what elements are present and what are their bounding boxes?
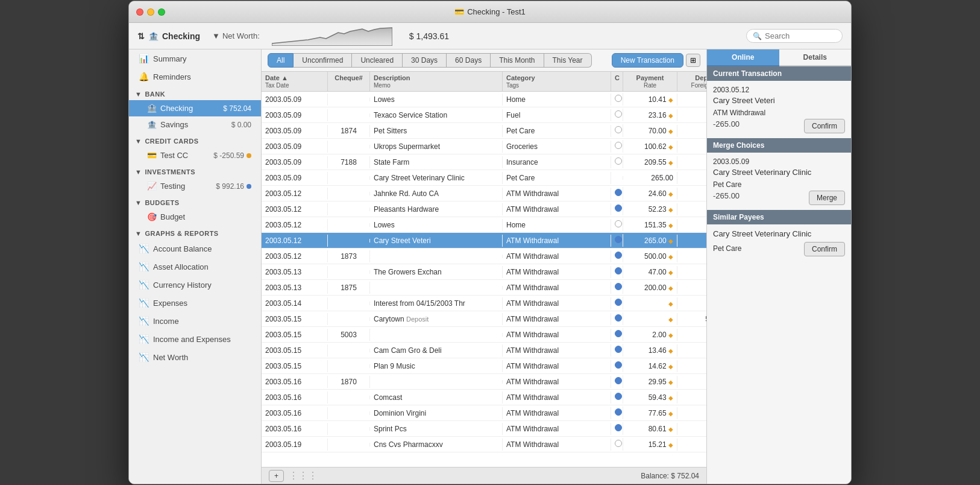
sidebar-item-income[interactable]: 📉 Income <box>129 312 261 330</box>
tx-status <box>611 187 623 200</box>
tx-payment: 59.43 ◆ <box>623 391 677 404</box>
table-row[interactable]: 2003.05.16 1870 ATM Withdrawal 29.95 ◆ 3… <box>262 374 706 390</box>
table-row[interactable]: 2003.05.15 Cam Cam Gro & Deli ATM Withdr… <box>262 343 706 358</box>
tx-payment: 29.95 ◆ <box>623 376 677 388</box>
table-row[interactable]: 2003.05.16 Sprint Pcs ATM Withdrawal 80.… <box>262 421 706 437</box>
table-row[interactable]: 2003.05.12 Pleasants Hardware ATM Withdr… <box>262 201 706 217</box>
status-empty-icon <box>615 440 622 447</box>
savings-icon: 🏦 <box>147 120 157 129</box>
maximize-button[interactable] <box>158 8 165 16</box>
table-row[interactable]: 2003.05.15 Plan 9 Music ATM Withdrawal 1… <box>262 358 706 374</box>
tx-description: Cam Cam Gro & Deli <box>370 344 503 357</box>
th-date: Date ▲ Tax Date <box>262 72 328 91</box>
table-row[interactable]: 2003.05.15 Carytown Deposit ATM Withdraw… <box>262 311 706 327</box>
sidebar-item-savings[interactable]: 🏦 Savings $ 0.00 <box>129 116 261 133</box>
cleared-diamond-icon: ◆ <box>668 128 673 135</box>
table-row[interactable]: 2003.05.09 1874 Pet Sitters Pet Care 70.… <box>262 123 706 139</box>
tx-payment: 52.23 ◆ <box>623 203 677 215</box>
table-row[interactable]: 2003.05.19 Cns Cvs Pharmacxxv ATM Withdr… <box>262 437 706 452</box>
sidebar-item-net-worth[interactable]: 📉 Net Worth <box>129 348 261 366</box>
cleared-diamond-icon: ◆ <box>668 395 673 401</box>
tx-payment: 2.00 ◆ <box>623 329 677 341</box>
tx-description: Cns Cvs Pharmacxxv <box>370 439 503 451</box>
sidebar-item-summary[interactable]: 📊 Summary <box>129 49 261 68</box>
confirm-button-1[interactable]: Confirm <box>804 119 845 133</box>
table-row[interactable]: 2003.05.09 7188 State Farm Insurance 209… <box>262 154 706 170</box>
tx-status <box>611 281 623 294</box>
confirm-button-2[interactable]: Confirm <box>804 242 845 256</box>
tab-unconfirmed[interactable]: Unconfirmed <box>294 53 352 68</box>
table-row[interactable]: 2003.05.09 Ukrops Supermarket Groceries … <box>262 139 706 154</box>
resize-handle[interactable]: ⋮⋮⋮ <box>289 470 318 481</box>
table-row[interactable]: 2003.05.09 Texaco Service Station Fuel 2… <box>262 107 706 123</box>
tab-60days[interactable]: 60 Days <box>447 53 491 68</box>
sidebar-credit-cards-header[interactable]: ▼ CREDIT CARDS <box>129 133 261 147</box>
sidebar-bank-header[interactable]: ▼ BANK <box>129 86 261 100</box>
search-box[interactable]: 🔍 <box>746 29 843 43</box>
sidebar-item-test-cc[interactable]: 💳 Test CC $ -250.59 <box>129 147 261 163</box>
sidebar-budgets-header[interactable]: ▼ BUDGETS <box>129 194 261 209</box>
sidebar-investments-header[interactable]: ▼ INVESTMENTS <box>129 163 261 178</box>
tab-30days[interactable]: 30 Days <box>403 53 447 68</box>
testing-dot <box>247 184 251 189</box>
table-row[interactable]: 2003.05.16 Comcast ATM Withdrawal 59.43 … <box>262 390 706 405</box>
table-row[interactable]: 2003.05.14 Interest from 04/15/2003 Thr … <box>262 296 706 311</box>
tx-status <box>611 124 623 137</box>
table-row[interactable]: 2003.05.12 1873 ATM Withdrawal 500.00 ◆ … <box>262 249 706 264</box>
table-row[interactable]: 2003.05.09 Lowes Home 10.41 ◆ -10.41 <box>262 92 706 107</box>
sidebar-item-income-expenses[interactable]: 📉 Income and Expenses <box>129 330 261 348</box>
minimize-button[interactable] <box>147 8 154 16</box>
income-expenses-icon: 📉 <box>139 334 148 344</box>
tx-status <box>611 422 623 435</box>
tab-online[interactable]: Online <box>707 49 779 66</box>
tx-deposit <box>677 443 706 446</box>
tx-status <box>611 407 623 419</box>
tx-cheque <box>328 145 370 148</box>
tx-category: Fuel <box>503 109 611 121</box>
sidebar-item-asset-allocation[interactable]: 📉 Asset Allocation <box>129 258 261 276</box>
tab-uncleared[interactable]: Uncleared <box>352 53 403 68</box>
tx-date: 2003.05.12 <box>262 203 328 215</box>
sidebar-item-testing[interactable]: 📈 Testing $ 992.16 <box>129 178 261 194</box>
sidebar-item-budget[interactable]: 🎯 Budget <box>129 209 261 225</box>
add-transaction-button[interactable]: + <box>269 470 284 482</box>
cleared-diamond-icon: ◆ <box>668 222 673 229</box>
sidebar-item-account-balance[interactable]: 📉 Account Balance <box>129 239 261 258</box>
savings-name: 🏦 Savings <box>147 120 188 129</box>
cleared-diamond-icon: ◆ <box>668 379 673 385</box>
merge-button[interactable]: Merge <box>809 191 845 205</box>
table-row[interactable]: 2003.05.13 The Growers Exchan ATM Withdr… <box>262 264 706 280</box>
table-row[interactable]: 2003.05.12 Cary Street Veteri ATM Withdr… <box>262 233 706 249</box>
tx-payment: ◆ <box>623 313 677 325</box>
th-c: C <box>611 72 623 91</box>
table-row[interactable]: 2003.05.15 5003 ATM Withdrawal 2.00 ◆ 3,… <box>262 327 706 343</box>
table-row[interactable]: 2003.05.12 Jahnke Rd. Auto CA ATM Withdr… <box>262 186 706 201</box>
expand-columns-button[interactable]: ⊞ <box>686 54 700 67</box>
search-input[interactable] <box>765 31 836 40</box>
tab-all[interactable]: All <box>268 53 294 68</box>
tx-description: Comcast <box>370 391 503 404</box>
sidebar-graphs-header[interactable]: ▼ GRAPHS & REPORTS <box>129 225 261 239</box>
sidebar-account-balance-label: Account Balance <box>153 244 212 253</box>
table-row[interactable]: 2003.05.16 Dominion Virgini ATM Withdraw… <box>262 405 706 421</box>
tab-this-month[interactable]: This Month <box>491 53 544 68</box>
new-transaction-button[interactable]: New Transaction <box>612 53 683 68</box>
sidebar-income-expenses-label: Income and Expenses <box>153 335 231 344</box>
tab-details[interactable]: Details <box>779 49 852 66</box>
networth-chart <box>272 27 392 46</box>
account-selector[interactable]: ⇅ 🏦 Checking <box>137 31 200 41</box>
table-row[interactable]: 2003.05.12 Lowes Home 151.35 ◆ -906.92 <box>262 217 706 233</box>
table-row[interactable]: 2003.05.13 1875 ATM Withdrawal 200.00 ◆ … <box>262 280 706 296</box>
sidebar-item-currency-history[interactable]: 📉 Currency History <box>129 276 261 294</box>
tab-this-year[interactable]: This Year <box>544 53 592 68</box>
tx-description <box>370 333 503 337</box>
sidebar-item-reminders[interactable]: 🔔 Reminders <box>129 68 261 86</box>
sidebar-item-checking[interactable]: 🏦 Checking $ 752.04 <box>129 100 261 116</box>
similar-payee: Cary Street Veterinary Clinic <box>713 229 845 238</box>
sidebar-item-expenses[interactable]: 📉 Expenses <box>129 294 261 312</box>
tx-cheque <box>328 302 370 305</box>
tx-category: ATM Withdrawal <box>503 266 611 278</box>
close-button[interactable] <box>136 8 143 16</box>
table-row[interactable]: 2003.05.09 Cary Street Veterinary Clinic… <box>262 170 706 186</box>
tx-deposit <box>677 223 706 227</box>
